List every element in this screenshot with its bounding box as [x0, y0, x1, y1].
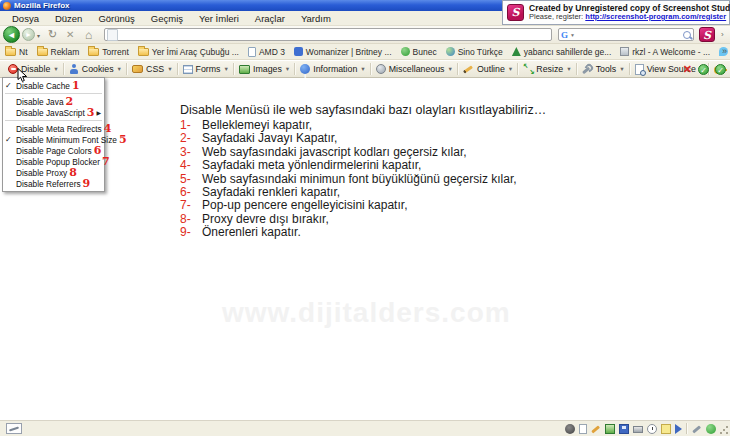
menu-item-disable-javascript[interactable]: Disable JavaScript 3 ▶: [3, 107, 104, 118]
menu-item-disable-page-colors[interactable]: Disable Page Colors 6: [3, 145, 104, 156]
page-icon: [248, 47, 256, 57]
list-number: 4-: [180, 159, 202, 172]
bookmark-label: AMD 3: [259, 47, 285, 57]
search-box[interactable]: G ▼: [558, 28, 694, 41]
bookmarks-toolbar: Nt Reklam Torrent Yer İmi Araç Çubuğu ..…: [0, 44, 730, 60]
globe-icon: [446, 47, 455, 56]
list-number: 5-: [180, 173, 202, 186]
list-number: 6-: [180, 186, 202, 199]
menu-gecmis[interactable]: Geçmiş: [143, 13, 191, 24]
close-toolbar-icon[interactable]: ✕: [683, 64, 692, 75]
valid-html-icon[interactable]: ✓: [698, 64, 709, 75]
folder-icon: [5, 48, 16, 56]
list-item: 5-Web sayfasındaki minimun font büyüklüğ…: [180, 173, 517, 186]
save-disk-icon[interactable]: [619, 424, 629, 434]
resize-grip[interactable]: [719, 425, 729, 435]
menu-yer-imleri[interactable]: Yer İmleri: [191, 13, 247, 24]
list-number: 8-: [180, 213, 202, 226]
status-edit-icon[interactable]: [6, 423, 22, 434]
navigation-toolbar: ◄ ► ▾ ↻ ✕ ⌂ G ▼ S ›: [0, 26, 730, 44]
cookies-icon: [69, 64, 79, 74]
chevron-down-icon: ▼: [619, 66, 624, 72]
image-icon[interactable]: [605, 424, 615, 434]
status-bar: [0, 420, 730, 436]
devtool-miscellaneous[interactable]: Miscellaneous▼: [372, 64, 457, 74]
devtool-resize[interactable]: Resize▼: [519, 64, 575, 74]
toolbar-overflow-icon[interactable]: ›: [721, 30, 724, 39]
devtool-cookies[interactable]: Cookies▼: [65, 64, 126, 74]
miscellaneous-icon: [376, 64, 386, 74]
history-dropdown-icon[interactable]: ▾: [37, 32, 40, 39]
mouse-cursor-icon: [17, 68, 28, 87]
devtool-css[interactable]: CSS▼: [128, 64, 177, 74]
bookmark-item[interactable]: Reklam: [37, 47, 80, 57]
bookmark-item[interactable]: yabancı sahillerde ge...: [512, 47, 611, 57]
bookmark-label: Torrent: [102, 47, 128, 57]
devtool-disable[interactable]: Disable▼: [4, 64, 63, 74]
menu-item-disable-meta-redirects[interactable]: Disable Meta Redirects 4: [3, 123, 104, 134]
document-icon[interactable]: [579, 424, 587, 434]
bookmark-item[interactable]: Womanizer | Britney ...: [294, 47, 392, 57]
bookmark-item[interactable]: Sino Türkçe: [446, 47, 503, 57]
edit-pencil-icon[interactable]: [591, 424, 601, 434]
menu-dosya[interactable]: Dosya: [4, 13, 47, 24]
engine-dropdown-icon[interactable]: ▼: [570, 32, 575, 38]
bookmark-label: yabancı sahillerde ge...: [524, 47, 611, 57]
favicon-placeholder-icon: [107, 29, 118, 41]
tree-icon: [512, 47, 521, 56]
bookmarks-overflow-icon[interactable]: »: [722, 46, 727, 56]
screenshot-studio-banner: S Created by Unregistered copy of Screen…: [502, 0, 730, 25]
menu-duzen[interactable]: Düzen: [47, 13, 90, 24]
wrench-icon: [582, 64, 593, 74]
valid-css-icon[interactable]: ✓: [715, 64, 726, 75]
connection-status-icon[interactable]: [706, 424, 716, 434]
firebug-icon[interactable]: [565, 424, 575, 434]
address-bar[interactable]: [104, 28, 552, 41]
bookmark-item[interactable]: AMD 3: [248, 47, 285, 57]
devtool-information[interactable]: Information▼: [296, 64, 369, 74]
menu-araclar[interactable]: Araçlar: [247, 13, 293, 24]
bookmark-item[interactable]: Yer İmi Araç Çubuğu ...: [138, 47, 239, 57]
stop-icon[interactable]: ✕: [66, 29, 74, 40]
register-link[interactable]: http://screenshot-program.com/register: [585, 12, 726, 21]
chevron-down-icon: ▼: [448, 66, 453, 72]
screenshot-studio-logo: S: [507, 4, 524, 21]
outline-pencil-icon: [463, 64, 474, 74]
bookmark-item[interactable]: Nt: [5, 47, 28, 57]
bookmark-label: Yer İmi Araç Çubuğu ...: [152, 47, 239, 57]
menu-gorunus[interactable]: Görünüş: [90, 13, 142, 24]
view-source-icon: [635, 64, 644, 75]
history-clock-icon[interactable]: [647, 424, 657, 434]
submenu-arrow-icon: ▶: [96, 109, 101, 116]
note-icon[interactable]: [661, 424, 671, 434]
devtool-outline[interactable]: Outline▼: [459, 64, 517, 74]
forward-button[interactable]: ►: [22, 28, 35, 41]
list-item: 8-Proxy devre dışı bırakır,: [180, 213, 517, 226]
menu-item-disable-minimum-font-size[interactable]: ✓ Disable Minimum Font Size 5: [3, 134, 104, 145]
forward-arrow-icon[interactable]: [675, 424, 682, 434]
page-heading: Disable Menüsü ile web sayfasındaki bazı…: [180, 103, 546, 117]
home-icon[interactable]: ⌂: [85, 28, 92, 42]
chevron-down-icon: ▼: [117, 66, 122, 72]
annotation-number: 5: [119, 135, 127, 145]
devtool-tools[interactable]: Tools▼: [578, 64, 629, 74]
explanation-list: 1-Belleklemeyi kapatır, 2-Sayfadaki Java…: [180, 119, 517, 240]
menu-yardim[interactable]: Yardım: [293, 13, 339, 24]
chevron-down-icon: ▼: [360, 66, 365, 72]
refresh-icon[interactable]: ↻: [48, 28, 57, 41]
back-button[interactable]: ◄: [3, 26, 20, 43]
menu-item-disable-referrers[interactable]: Disable Referrers 9: [3, 178, 104, 189]
devtool-forms[interactable]: Forms▼: [179, 64, 233, 74]
bookmark-item[interactable]: Torrent: [88, 47, 128, 57]
menu-item-disable-popup-blocker[interactable]: Disable Popup Blocker 7: [3, 156, 104, 167]
list-number: 9-: [180, 226, 202, 239]
search-go-icon[interactable]: [683, 31, 691, 39]
tools-icon[interactable]: [692, 424, 702, 434]
annotation-number: 6: [94, 146, 102, 156]
devtool-images[interactable]: Images▼: [235, 64, 294, 74]
google-engine-icon[interactable]: G: [561, 30, 568, 40]
information-icon: [300, 64, 310, 74]
printer-icon[interactable]: [633, 426, 643, 433]
bookmark-item[interactable]: Bunec: [401, 47, 437, 57]
bookmark-item[interactable]: rkzl - A Welcome - ...: [620, 47, 710, 57]
